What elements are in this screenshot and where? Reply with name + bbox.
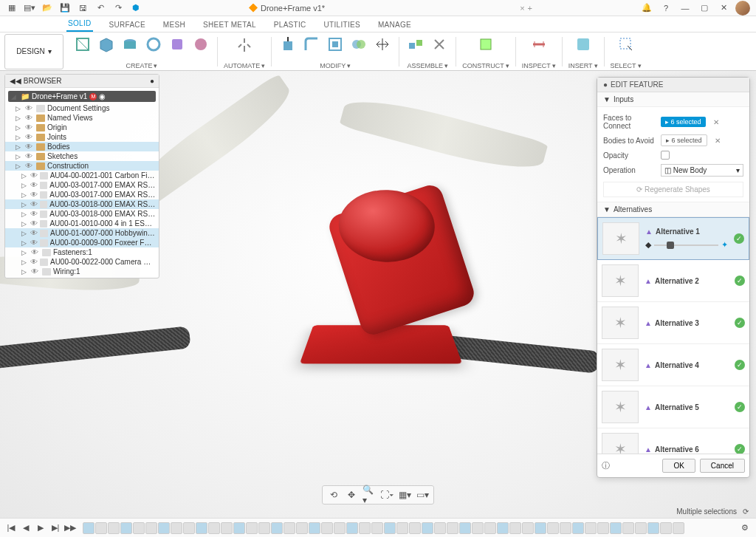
insert-group-label[interactable]: INSERT▾ xyxy=(568,62,598,71)
timeline-feature[interactable] xyxy=(208,522,220,534)
timeline-feature[interactable] xyxy=(572,522,584,534)
tree-item[interactable]: ▷👁AU04-00-0021-001 Carbon Fiber C... xyxy=(5,171,159,180)
timeline-feature[interactable] xyxy=(422,522,433,534)
tree-item[interactable]: ▷👁Joints xyxy=(5,132,159,142)
timeline-feature[interactable] xyxy=(171,522,182,534)
timeline-next-icon[interactable]: ▶| xyxy=(49,521,62,535)
timeline-feature[interactable] xyxy=(660,522,672,534)
timeline-feature[interactable] xyxy=(271,522,283,534)
fit-icon[interactable]: ⛶▾ xyxy=(380,488,394,502)
box-icon[interactable] xyxy=(96,34,117,55)
timeline-feature[interactable] xyxy=(321,522,333,534)
tree-item[interactable]: ▷👁Origin xyxy=(5,123,159,132)
timeline-feature[interactable] xyxy=(95,522,107,534)
construct-icon[interactable] xyxy=(475,34,496,55)
alternative-row[interactable]: ✶▲ Alternative 4✓ xyxy=(597,344,749,386)
timeline-feature[interactable] xyxy=(158,522,170,534)
browser-header[interactable]: ◀◀ BROWSER ● xyxy=(5,75,159,88)
joint-icon[interactable] xyxy=(429,34,450,55)
generative-icon[interactable] xyxy=(190,34,211,55)
panel-header[interactable]: ● EDIT FEATURE xyxy=(597,78,749,92)
collapse-icon[interactable]: ◀◀ xyxy=(10,77,21,85)
help-icon[interactable]: ? xyxy=(659,1,673,16)
tree-item[interactable]: ▷👁Construction xyxy=(5,161,159,171)
combine-icon[interactable] xyxy=(348,34,369,55)
tab-plastic[interactable]: PLASTIC xyxy=(272,18,308,32)
info-icon[interactable]: ⓘ xyxy=(602,460,610,471)
timeline-feature[interactable] xyxy=(472,522,484,534)
timeline-feature[interactable] xyxy=(258,522,270,534)
inspect-icon[interactable] xyxy=(529,34,549,55)
timeline-feature[interactable] xyxy=(246,522,258,534)
automate-icon[interactable] xyxy=(234,34,255,55)
display-icon[interactable]: ▦▾ xyxy=(398,488,411,502)
tree-item[interactable]: ▷👁AU00-01-0010-000 4 in 1 ESC Moc... xyxy=(5,219,159,228)
timeline-feature[interactable] xyxy=(221,522,233,534)
assemble-icon[interactable] xyxy=(405,34,426,55)
tree-item[interactable]: ▷👁AU00-01-0007-000 Hobbywing XR... xyxy=(5,228,159,238)
regenerate-button[interactable]: ⟳ Regenerate Shapes xyxy=(603,182,743,197)
sketch-icon[interactable] xyxy=(72,34,93,55)
timeline-feature[interactable] xyxy=(647,522,659,534)
timeline-feature[interactable] xyxy=(635,522,647,534)
pan-icon[interactable]: ✥ xyxy=(345,488,358,502)
tree-item[interactable]: ▷👁Bodies xyxy=(5,142,159,151)
inspect-group-label[interactable]: INSPECT▾ xyxy=(522,62,556,71)
tree-item[interactable]: ▷👁AU00-00-0009-000 Foxeer FPV Ca... xyxy=(5,238,159,247)
operation-select[interactable]: ◫ New Body▾ xyxy=(661,164,743,177)
timeline-play-icon[interactable]: ▶ xyxy=(34,521,47,535)
tree-item[interactable]: ▷👁Document Settings xyxy=(5,103,159,113)
tree-item[interactable]: ▷👁AU00-03-0017-000 EMAX RSII-220... xyxy=(5,180,159,190)
bodies-clear-icon[interactable]: ✕ xyxy=(712,137,724,145)
timeline-feature[interactable] xyxy=(133,522,145,534)
timeline-feature[interactable] xyxy=(83,522,94,534)
grid-menu-icon[interactable]: ▦ xyxy=(6,2,18,14)
open-icon[interactable]: 📂 xyxy=(41,2,53,14)
tree-item[interactable]: ▷👁Fasteners:1 xyxy=(5,247,159,257)
modify-group-label[interactable]: MODIFY▾ xyxy=(320,62,351,71)
assemble-group-label[interactable]: ASSEMBLE▾ xyxy=(407,62,448,71)
shell-icon[interactable] xyxy=(325,34,346,55)
timeline-feature[interactable] xyxy=(497,522,509,534)
tree-root[interactable]: ◢📁Drone+Frame v1 M ◉ xyxy=(8,91,156,102)
status-sync-icon[interactable]: ⟳ xyxy=(743,507,749,516)
undo-icon[interactable]: ↶ xyxy=(94,2,106,14)
timeline-feature[interactable] xyxy=(396,522,408,534)
close-window-icon[interactable]: ✕ xyxy=(716,1,731,16)
form-icon[interactable] xyxy=(167,34,188,55)
alternative-row[interactable]: ✶▲ Alternative 5✓ xyxy=(597,386,749,428)
timeline-feature[interactable] xyxy=(585,522,597,534)
ok-button[interactable]: OK xyxy=(662,459,695,473)
workspace-switcher[interactable]: DESIGN▾ xyxy=(4,34,63,69)
timeline-feature[interactable] xyxy=(673,522,684,534)
timeline-feature[interactable] xyxy=(371,522,383,534)
tab-sheetmetal[interactable]: SHEET METAL xyxy=(202,18,258,32)
save-all-icon[interactable]: 🖫 xyxy=(77,2,89,14)
timeline-feature[interactable] xyxy=(622,522,634,534)
move-icon[interactable] xyxy=(372,34,393,55)
timeline-feature[interactable] xyxy=(183,522,195,534)
tab-solid[interactable]: SOLID xyxy=(66,16,93,32)
alternative-row[interactable]: ✶▲ Alternative 2✓ xyxy=(597,260,749,302)
tree-item[interactable]: ▷👁AU00-03-0018-000 EMAX RSII-220... xyxy=(5,199,159,209)
alternative-row[interactable]: ✶▲ Alternative 1◆✦✓ xyxy=(597,217,749,260)
timeline-feature[interactable] xyxy=(384,522,396,534)
tab-surface[interactable]: SURFACE xyxy=(108,18,147,32)
faces-clear-icon[interactable]: ✕ xyxy=(710,118,722,126)
variation-slider[interactable]: ◆✦ xyxy=(645,240,728,250)
alternative-row[interactable]: ✶▲ Alternative 3✓ xyxy=(597,302,749,344)
timeline-feature[interactable] xyxy=(108,522,120,534)
timeline-feature[interactable] xyxy=(484,522,496,534)
timeline-feature[interactable] xyxy=(560,522,571,534)
automate-group-label[interactable]: AUTOMATE▾ xyxy=(224,62,265,71)
timeline-end-icon[interactable]: ▶▶ xyxy=(63,521,77,535)
minimize-icon[interactable]: — xyxy=(678,1,693,16)
timeline-feature[interactable] xyxy=(145,522,157,534)
orbit-icon[interactable]: ⟲ xyxy=(327,488,340,502)
timeline-feature[interactable] xyxy=(409,522,421,534)
revolve-icon[interactable] xyxy=(143,34,164,55)
tree-item[interactable]: ▷👁Sketches xyxy=(5,151,159,161)
tree-item[interactable]: ▷👁AU00-03-0017-000 EMAX RSII-220... xyxy=(5,190,159,199)
tree-item[interactable]: ▷👁Wiring:1 xyxy=(5,267,159,276)
cancel-button[interactable]: Cancel xyxy=(700,459,745,473)
